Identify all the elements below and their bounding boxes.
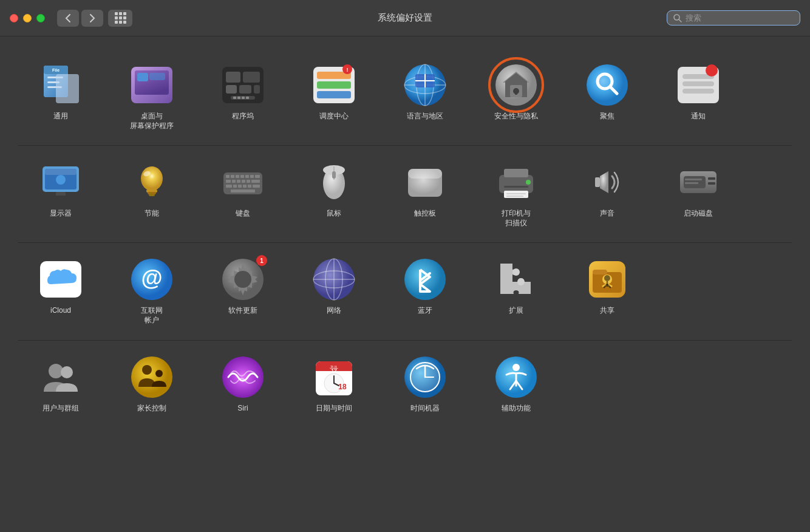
svg-rect-93 (504, 169, 528, 177)
file-icon-wrap: File (39, 63, 83, 107)
svg-rect-42 (510, 85, 522, 97)
search-box[interactable] (667, 10, 800, 26)
bluetooth-icon (403, 257, 447, 301)
svg-line-1 (679, 19, 681, 22)
desktop-icon (130, 63, 174, 107)
display-label: 显示器 (50, 209, 72, 219)
svg-text:!: ! (347, 67, 349, 73)
pref-item-parental[interactable]: 家长控制 (109, 350, 194, 418)
pref-item-energy[interactable]: 节能 (109, 155, 194, 233)
svg-rect-83 (248, 185, 251, 188)
svg-rect-16 (226, 72, 240, 83)
pref-item-sound[interactable]: 声音 (565, 155, 650, 233)
grid-icon (115, 12, 126, 24)
pref-item-datetime[interactable]: 12 18 JUL 日期与时间 (291, 350, 376, 418)
svg-rect-81 (238, 185, 242, 188)
pref-item-software[interactable]: 1 软件更新 (200, 253, 285, 330)
pref-item-icloud[interactable]: iCloud (18, 253, 103, 330)
pref-item-mission[interactable]: 程序坞 (200, 58, 285, 135)
pref-item-network[interactable]: 网络 (291, 253, 376, 330)
forward-button[interactable] (81, 10, 103, 27)
trackpad-icon (403, 160, 447, 204)
pref-item-spotlight[interactable]: 聚焦 (565, 58, 650, 135)
keyboard-label: 键盘 (236, 209, 250, 219)
siri-label: Siri (237, 404, 248, 414)
search-input[interactable] (686, 13, 794, 22)
timemachine-icon (403, 355, 447, 399)
pref-item-language[interactable]: 语言与地区 (383, 58, 468, 135)
svg-rect-9 (56, 74, 79, 103)
pref-item-accessibility[interactable]: 辅助功能 (474, 350, 559, 418)
startup-label: 启动磁盘 (684, 209, 713, 219)
pref-item-internet[interactable]: @ 互联网帐户 (109, 253, 194, 330)
pref-item-startup[interactable]: 启动磁盘 (656, 155, 741, 233)
spotlight-label: 聚焦 (600, 112, 614, 121)
notify-icon (676, 63, 720, 107)
svg-rect-29 (317, 91, 351, 98)
svg-rect-67 (231, 175, 234, 178)
svg-rect-13 (137, 73, 148, 81)
svg-rect-89 (332, 171, 336, 179)
pref-item-users[interactable]: 用户与群组 (18, 350, 103, 418)
personal-grid: File 通用 (18, 58, 792, 135)
datetime-icon: 12 18 JUL (312, 355, 356, 399)
svg-rect-77 (247, 180, 250, 183)
software-badge: 1 (256, 255, 267, 266)
accessibility-icon (494, 355, 538, 399)
svg-rect-66 (226, 175, 230, 178)
pref-item-trackpad[interactable]: 触控板 (383, 155, 468, 233)
pref-item-security[interactable]: 安全性与隐私 (474, 58, 559, 135)
svg-rect-98 (504, 186, 528, 188)
minimize-button[interactable] (23, 14, 32, 22)
traffic-lights (10, 14, 45, 22)
printer-icon (494, 160, 538, 204)
svg-rect-100 (595, 177, 600, 187)
pref-item-siri[interactable]: Siri (200, 350, 285, 418)
internet-label: 互联网帐户 (141, 306, 163, 325)
mouse-label: 鼠标 (327, 209, 341, 219)
svg-rect-28 (317, 81, 351, 89)
pref-item-timemachine[interactable]: 时间机器 (383, 350, 468, 418)
svg-rect-52 (682, 89, 714, 94)
titlebar: 系统偏好设置 (0, 0, 810, 36)
svg-point-149 (512, 364, 520, 371)
grid-view-button[interactable] (108, 10, 132, 27)
pref-item-bluetooth[interactable]: 蓝牙 (383, 253, 468, 330)
svg-rect-75 (237, 180, 240, 183)
svg-point-131 (131, 356, 172, 398)
pref-item-mouse[interactable]: 鼠标 (291, 155, 376, 233)
svg-text:File: File (52, 68, 60, 72)
nav-buttons (57, 10, 103, 27)
parental-label: 家长控制 (137, 404, 166, 414)
svg-rect-85 (231, 189, 255, 193)
close-button[interactable] (10, 14, 18, 22)
svg-point-97 (526, 180, 531, 185)
pref-item-extensions[interactable]: 扩展 (474, 253, 559, 330)
svg-rect-82 (243, 185, 247, 188)
svg-rect-72 (255, 175, 260, 178)
section-personal: File 通用 (18, 49, 792, 146)
pref-item-notify[interactable]: 通知 (656, 58, 741, 135)
pref-item-sharing[interactable]: 共享 (565, 253, 650, 330)
section-internet: iCloud @ (18, 243, 792, 340)
svg-rect-58 (45, 169, 77, 175)
back-button[interactable] (57, 10, 79, 27)
maximize-button[interactable] (36, 14, 45, 22)
pref-item-notification[interactable]: ! 调度中心 (291, 58, 376, 135)
pref-item-desktop[interactable]: 桌面与屏幕保护程序 (109, 58, 194, 135)
pref-item-display[interactable]: 显示器 (18, 155, 103, 233)
svg-rect-17 (243, 72, 260, 83)
pref-item-keyboard[interactable]: 键盘 (200, 155, 285, 233)
svg-point-40 (495, 64, 537, 106)
pref-item-printer[interactable]: 打印机与扫描仪 (474, 155, 559, 233)
svg-text:@: @ (141, 265, 162, 290)
svg-rect-76 (242, 180, 245, 183)
svg-rect-102 (708, 177, 715, 180)
svg-rect-91 (408, 169, 442, 179)
pref-item-general[interactable]: File 通用 (18, 58, 103, 135)
svg-point-119 (512, 268, 520, 276)
svg-marker-99 (600, 171, 608, 193)
svg-point-60 (141, 166, 163, 191)
sharing-icon (585, 257, 629, 301)
energy-label: 节能 (145, 209, 159, 219)
